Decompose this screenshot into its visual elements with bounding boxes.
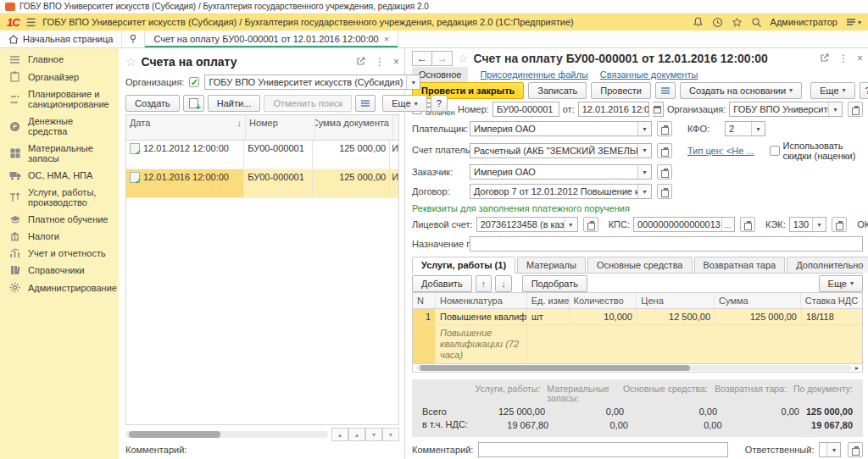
- tab-materials[interactable]: Материалы: [517, 257, 586, 273]
- close-panel-icon[interactable]: ×: [393, 56, 399, 68]
- organization-combo[interactable]: ГОБУ ВПО Университет искусс ▾: [729, 102, 843, 117]
- scroll-down-icon[interactable]: ▼: [365, 428, 382, 441]
- scroll-up-icon[interactable]: ▲: [348, 428, 365, 441]
- chevron-down-icon[interactable]: ▾: [406, 75, 420, 89]
- ellipsis-icon[interactable]: ...: [721, 218, 734, 231]
- price-type-link[interactable]: Тип цен: <Не ...: [687, 146, 754, 156]
- chevron-down-icon[interactable]: ▾: [826, 443, 840, 456]
- post-and-close-button[interactable]: Провести и закрыть: [412, 82, 524, 99]
- chevron-down-icon[interactable]: ▾: [564, 218, 577, 231]
- item-row[interactable]: 1 Повышение квалифик... шт 10,000 12 500…: [413, 309, 862, 324]
- more-menu-icon[interactable]: ⋮: [375, 56, 385, 68]
- sidebar-item-inventory[interactable]: Материальные запасы: [0, 140, 119, 167]
- kps-field[interactable]: 0000000000000013 ...: [633, 217, 735, 232]
- find-button[interactable]: Найти...: [208, 95, 261, 112]
- favorites-star-icon[interactable]: [732, 17, 743, 28]
- open-customer-icon[interactable]: [657, 164, 672, 180]
- open-personal-account-icon[interactable]: [583, 217, 598, 232]
- tab-fixed-assets[interactable]: Основные средства: [587, 257, 693, 273]
- date-input[interactable]: 12.01.2016 12:00:00: [578, 102, 649, 117]
- invoice-row[interactable]: 12.01.2012 12:00:00 БУ00-000001 125 000,…: [126, 141, 398, 169]
- notifications-bell-icon[interactable]: [693, 17, 704, 28]
- comment-input[interactable]: [478, 442, 727, 457]
- chevron-down-icon[interactable]: ▾: [751, 122, 765, 135]
- get-link-icon[interactable]: [356, 56, 366, 68]
- search-icon[interactable]: [751, 17, 762, 28]
- more-menu-icon[interactable]: ⋮: [838, 53, 849, 64]
- sidebar-item-organizer[interactable]: Органайзер: [0, 68, 119, 86]
- document-tab[interactable]: Счет на оплату БУ00-000001 от 12.01.2016…: [145, 30, 398, 47]
- more-button[interactable]: Еще▾: [810, 82, 854, 99]
- list-settings-button[interactable]: [355, 95, 376, 112]
- sidebar-item-taxes[interactable]: Налоги: [0, 228, 119, 245]
- chevron-down-icon[interactable]: ▾: [812, 218, 826, 231]
- tab-additional[interactable]: Дополнительно: [787, 257, 868, 273]
- kfo-combo[interactable]: 2 ▾: [725, 121, 765, 136]
- home-tab[interactable]: Начальная страница: [0, 30, 122, 47]
- pin-tab-icon[interactable]: [122, 30, 145, 47]
- pick-button[interactable]: Подобрать: [522, 275, 587, 292]
- close-document-icon[interactable]: ×: [857, 53, 863, 64]
- open-payer-icon[interactable]: [657, 121, 672, 136]
- sidebar-item-planning[interactable]: Планирование и санкционирование: [0, 86, 119, 113]
- tab-services[interactable]: Услуги, работы (1): [412, 257, 515, 274]
- favorite-star-icon[interactable]: ☆: [125, 55, 136, 69]
- create-by-copy-button[interactable]: [183, 95, 204, 112]
- open-organization-icon[interactable]: [848, 102, 863, 117]
- more-button[interactable]: Еще▾: [819, 275, 863, 292]
- open-account-icon[interactable]: [657, 143, 672, 158]
- tab-returnable-packaging[interactable]: Возвратная тара: [694, 257, 786, 273]
- move-up-button[interactable]: ↑: [476, 275, 492, 292]
- sidebar-item-main[interactable]: Главное: [0, 51, 119, 68]
- write-button[interactable]: Записать: [528, 82, 587, 99]
- open-kps-icon[interactable]: [740, 217, 755, 232]
- horizontal-scrollbar[interactable]: [125, 431, 328, 438]
- personal-account-combo[interactable]: 20736123458 (в казнач ▾: [476, 217, 578, 232]
- payment-purpose-input[interactable]: [470, 236, 863, 252]
- current-user[interactable]: Администратор: [771, 17, 837, 27]
- register-records-button[interactable]: [655, 82, 676, 99]
- sidebar-item-assets[interactable]: ОС, НМА, НПА: [0, 167, 119, 184]
- create-button[interactable]: Создать: [125, 95, 180, 112]
- chevron-down-icon[interactable]: ▾: [828, 102, 842, 116]
- use-discounts-checkbox[interactable]: [770, 146, 780, 156]
- service-menu-icon[interactable]: ▾: [846, 18, 861, 26]
- kek-combo[interactable]: 130 ▾: [789, 217, 826, 232]
- payer-account-combo[interactable]: Расчетный (АКБ "ЗЕМСКИЙ ЗЕМЕЛЬНЫЙ БАНК" …: [470, 143, 652, 158]
- calendar-icon[interactable]: [653, 102, 664, 117]
- sidebar-item-accounting[interactable]: Учет и отчетность: [0, 245, 119, 262]
- items-horizontal-scrollbar[interactable]: [416, 365, 852, 371]
- scroll-top-icon[interactable]: ▲: [331, 428, 348, 441]
- post-button[interactable]: Провести: [591, 82, 651, 99]
- invoices-table-header[interactable]: Дата↓ Номер Сумма документа: [126, 115, 398, 141]
- chevron-down-icon[interactable]: ▾: [637, 122, 651, 135]
- open-contract-icon[interactable]: [657, 184, 672, 199]
- item-note-row[interactable]: Повышение квалификации (72 часа): [413, 324, 862, 363]
- contract-combo[interactable]: Договор 7 от 12.01.2012 Повышение квалиф…: [470, 184, 652, 199]
- scroll-bottom-icon[interactable]: ▼: [382, 428, 399, 441]
- scroll-right-icon[interactable]: ▸: [855, 364, 859, 372]
- chevron-down-icon[interactable]: ▾: [637, 185, 651, 198]
- add-row-button[interactable]: Добавить: [412, 275, 472, 292]
- get-link-icon[interactable]: [820, 53, 830, 64]
- sidebar-item-education[interactable]: Платное обучение: [0, 211, 119, 228]
- payment-requisites-link[interactable]: Реквизиты для заполнения платежного пору…: [412, 203, 863, 213]
- sidebar-item-administration[interactable]: Администрирование: [0, 279, 119, 296]
- payer-combo[interactable]: Империя ОАО ▾: [470, 121, 652, 136]
- sidebar-item-money[interactable]: Р Денежные средства: [0, 113, 119, 140]
- help-button[interactable]: ?: [860, 82, 868, 99]
- create-based-on-button[interactable]: Создать на основании▾: [680, 82, 802, 99]
- open-responsible-icon[interactable]: [848, 442, 863, 457]
- items-table-header[interactable]: N Номенклатура Ед. изме... Количество Це…: [413, 293, 862, 309]
- organization-filter-combo[interactable]: ГОБУ ВПО Университет искусств (Субсидия)…: [204, 75, 420, 90]
- responsible-combo[interactable]: ▾: [819, 442, 841, 457]
- help-button[interactable]: ?: [431, 95, 448, 112]
- open-kek-icon[interactable]: [832, 217, 847, 232]
- forward-icon[interactable]: →: [432, 51, 453, 66]
- chevron-down-icon[interactable]: ▾: [637, 144, 651, 158]
- move-down-button[interactable]: ↓: [495, 275, 512, 292]
- favorite-star-icon[interactable]: ☆: [458, 52, 469, 65]
- back-icon[interactable]: ←: [412, 51, 432, 66]
- invoice-row-selected[interactable]: 12.01.2016 12:00:00 БУ00-000001 125 000,…: [126, 169, 398, 198]
- organization-filter-checkbox[interactable]: ✓: [189, 77, 199, 87]
